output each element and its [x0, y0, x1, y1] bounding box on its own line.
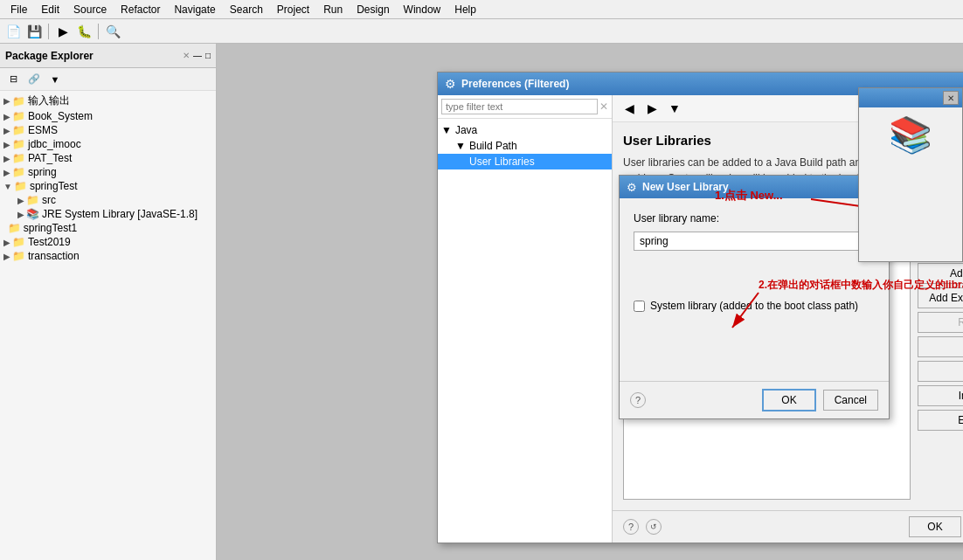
folder-icon-4: 📁 — [12, 152, 25, 164]
tree-item-2[interactable]: ▶ 📁 ESMS — [0, 123, 216, 137]
remove-btn[interactable]: Remove — [918, 312, 963, 333]
new-lib-ok-btn[interactable]: OK — [762, 389, 815, 411]
export-btn[interactable]: Export... — [918, 410, 963, 431]
right-panel-titlebar: ✕ — [859, 88, 962, 107]
folder-icon-11: 📁 — [12, 250, 25, 262]
menu-design[interactable]: Design — [350, 2, 396, 17]
view-menu-button[interactable]: ▼ — [45, 70, 65, 89]
menu-refactor[interactable]: Refactor — [114, 2, 167, 17]
menu-help[interactable]: Help — [447, 2, 483, 17]
tree-label-4: PAT_Test — [28, 152, 72, 164]
new-user-library-dialog: ⚙ New User Library ✕ User library name: … — [619, 175, 890, 419]
tree-item-6[interactable]: ▼ 📁 springTest — [0, 179, 216, 193]
filter-box: ✕ — [438, 95, 612, 119]
collapse-all-button[interactable]: ⊟ — [3, 70, 23, 89]
toolbar-save[interactable]: 💾 — [24, 22, 44, 41]
new-lib-buttons: ? OK Cancel — [620, 381, 889, 418]
menu-project[interactable]: Project — [270, 2, 316, 17]
menu-edit[interactable]: Edit — [34, 2, 66, 17]
tree-label-2: ESMS — [28, 124, 58, 136]
system-library-checkbox[interactable] — [634, 301, 645, 312]
buildpath-arrow-icon: ▼ — [455, 140, 466, 152]
toolbar-new[interactable]: 📄 — [3, 22, 23, 41]
menu-navigate[interactable]: Navigate — [167, 2, 222, 17]
preferences-ok-btn[interactable]: OK — [909, 516, 960, 537]
right-panel-body: 📚 — [859, 107, 962, 162]
tree-arrow-9 — [3, 224, 6, 233]
add-jars-btn[interactable]: Add JARs... — [918, 263, 963, 284]
right-side-panel: ✕ 📚 — [858, 87, 963, 262]
menubar: File Edit Source Refactor Navigate Searc… — [0, 0, 963, 19]
restore-icon[interactable]: ↺ — [646, 519, 662, 535]
books-icon: 📚 — [889, 114, 932, 156]
back-btn[interactable]: ◀ — [620, 99, 639, 118]
right-panel-close[interactable]: ✕ — [943, 91, 959, 105]
lib-name-input[interactable] — [634, 232, 875, 251]
import-btn[interactable]: Import... — [918, 385, 963, 406]
menu-run[interactable]: Run — [316, 2, 350, 17]
menu-source[interactable]: Source — [66, 2, 114, 17]
tree-item-7[interactable]: ▶ 📁 src — [0, 193, 216, 207]
filter-input[interactable] — [441, 99, 598, 114]
tree-label-0: 输入输出 — [28, 93, 70, 108]
tree-item-10[interactable]: ▶ 📁 Test2019 — [0, 235, 216, 249]
tree-arrow-0: ▶ — [3, 96, 10, 106]
userlibs-label: User Libraries — [469, 156, 535, 168]
tree-arrow-3: ▶ — [3, 140, 10, 149]
new-lib-title: New User Library — [642, 181, 866, 193]
tree-item-4[interactable]: ▶ 📁 PAT_Test — [0, 151, 216, 165]
tree-item-3[interactable]: ▶ 📁 jdbc_imooc — [0, 137, 216, 151]
minimize-icon[interactable]: — — [193, 51, 202, 60]
tree-item-9[interactable]: 📁 springTest1 — [0, 221, 216, 235]
menu-window[interactable]: Window — [397, 2, 448, 17]
help-icon[interactable]: ? — [623, 519, 639, 535]
lib-spacer — [634, 258, 875, 293]
right-menu-btn[interactable]: ▼ — [665, 99, 684, 118]
tree-arrow-6: ▼ — [3, 182, 12, 191]
new-lib-body: User library name: System library (added… — [620, 198, 889, 381]
tree-item-0[interactable]: ▶ 📁 输入输出 — [0, 93, 216, 109]
add-external-jars-btn[interactable]: Add External JARs... — [918, 287, 963, 308]
new-lib-gear-icon: ⚙ — [627, 181, 637, 194]
down-btn[interactable]: Down — [918, 361, 963, 382]
package-explorer-panel: Package Explorer ✕ — □ ⊟ 🔗 ▼ ▶ 📁 输入输出 ▶ … — [0, 44, 217, 560]
folder-icon-6: 📁 — [14, 180, 27, 192]
link-editor-button[interactable]: 🔗 — [24, 70, 44, 89]
main-content-area: ⚙ Preferences (Filtered) — □ ✕ ✕ ▼ Ja — [217, 44, 963, 560]
new-lib-titlebar: ⚙ New User Library ✕ — [620, 176, 889, 198]
toolbar-debug[interactable]: 🐛 — [74, 22, 94, 41]
forward-btn[interactable]: ▶ — [642, 99, 662, 118]
menu-search[interactable]: Search — [223, 2, 270, 17]
folder-icon-7: 📁 — [26, 194, 39, 206]
menu-file[interactable]: File — [3, 2, 34, 17]
tree-item-5[interactable]: ▶ 📁 spring — [0, 165, 216, 179]
tree-label-11: transaction — [28, 250, 80, 262]
preferences-left-panel: ✕ ▼ Java ▼ Build Path User Libraries — [438, 95, 613, 543]
toolbar-run[interactable]: ▶ — [53, 22, 73, 41]
jar-icon-8: 📚 — [26, 208, 39, 220]
maximize-icon[interactable]: □ — [205, 51, 211, 60]
tree-item-8[interactable]: ▶ 📚 JRE System Library [JavaSE-1.8] — [0, 207, 216, 221]
folder-icon-5: 📁 — [12, 166, 25, 178]
main-layout: Package Explorer ✕ — □ ⊟ 🔗 ▼ ▶ 📁 输入输出 ▶ … — [0, 44, 963, 560]
tree-item-11[interactable]: ▶ 📁 transaction — [0, 249, 216, 263]
system-library-label: System library (added to the boot class … — [650, 300, 858, 312]
tree-label-1: Book_System — [28, 110, 93, 122]
lib-name-label: User library name: — [634, 212, 875, 225]
package-explorer-badge: ✕ — [183, 51, 190, 60]
toolbar-search[interactable]: 🔍 — [103, 22, 122, 41]
package-explorer-tree: ▶ 📁 输入输出 ▶ 📁 Book_System ▶ 📁 ESMS ▶ 📁 jd… — [0, 91, 216, 560]
up-btn[interactable]: Up — [918, 336, 963, 357]
filter-clear-icon[interactable]: ✕ — [599, 100, 608, 113]
tree-arrow-7: ▶ — [17, 196, 24, 205]
folder-icon-0: 📁 — [12, 95, 25, 107]
preferences-tree: ▼ Java ▼ Build Path User Libraries — [438, 119, 612, 543]
tree-item-1[interactable]: ▶ 📁 Book_System — [0, 109, 216, 123]
pref-tree-buildpath[interactable]: ▼ Build Path — [438, 138, 612, 154]
tree-arrow-5: ▶ — [3, 168, 10, 177]
new-lib-cancel-btn[interactable]: Cancel — [823, 390, 878, 411]
tree-arrow-1: ▶ — [3, 112, 10, 121]
pref-tree-userlibs[interactable]: User Libraries — [438, 154, 612, 169]
new-lib-help-icon[interactable]: ? — [630, 392, 646, 408]
pref-tree-java[interactable]: ▼ Java — [438, 122, 612, 138]
